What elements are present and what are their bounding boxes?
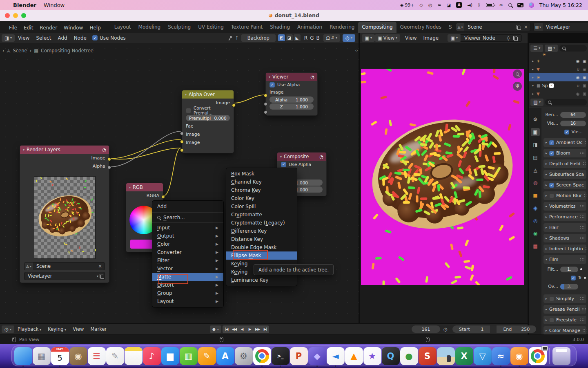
outliner-row[interactable]: ▸☀◉▣ [529,73,588,81]
dock-icon-trash[interactable] [552,347,570,365]
outliner-row[interactable]: ▸☀◉▣ [529,57,588,65]
menu-render[interactable]: Render [36,24,60,31]
dock-icon-finder[interactable] [14,347,32,365]
dock-icon-blender[interactable]: ◉ [510,347,528,365]
render-tab[interactable]: ▣ [531,128,540,136]
menu-item-cryptomatte-legacy[interactable]: Cryptomatte (Legacy) [226,219,297,227]
spotlight-icon[interactable] [508,3,512,7]
ne-menu-node[interactable]: Node [71,34,90,42]
tab-modeling[interactable]: Modeling [135,22,165,33]
panel-film[interactable]: ▾Film [543,255,586,264]
outliner-display-mode[interactable]: ☰▾ [530,45,543,52]
editor-type-button[interactable]: ▣▾ [362,34,375,42]
premultiply-field[interactable]: Premultipl0.000 [186,115,230,121]
panel-shadows[interactable]: ▸Shadows [543,234,586,242]
pan-gizmo[interactable]: Ψ [513,82,522,91]
viewlayer-icon[interactable]: ▤▾ [534,23,543,31]
use-nodes-checkbox[interactable]: ✓ [92,35,98,40]
image-datablock-icon[interactable]: ▣▾ [448,34,461,42]
outliner-row-sp[interactable]: ▾▤Sp✓∪▣ [529,81,588,90]
node-viewer[interactable]: ▾Viewer◔ ✓Use Alpha Image Alpha1.000 Z1.… [265,72,318,116]
menu-item-distort[interactable]: Distort▶ [152,281,223,289]
overlays-button[interactable]: ◎▾ [343,34,355,42]
socket-image1-in[interactable] [180,140,184,144]
input-source-icon[interactable]: A [456,2,462,8]
properties-filter-icon[interactable]: ▥▾ [530,99,543,106]
jump-to-start-button[interactable]: |◀ [223,325,230,333]
physics-tab[interactable]: ◉ [531,204,540,212]
eye-icon[interactable]: ◉ [576,59,580,63]
clear-scene-icon[interactable]: × [96,263,105,269]
film-transparent-checkbox[interactable]: ✓ [571,276,576,280]
snap-button[interactable]: Ω#▾ [323,34,340,42]
tl-menu-playback[interactable]: Playback ▾ [14,325,45,333]
menubar-clock[interactable]: Thu May 5 16:22 [539,2,582,8]
dock-icon-textedit[interactable]: ✎ [106,347,124,365]
editor-type-button[interactable]: ◷▾ [2,325,14,333]
img-menu-view[interactable]: View [402,34,420,42]
menu-item-input[interactable]: Input▶ [152,224,223,232]
panel-checkbox[interactable]: ✓ [549,140,554,145]
dock-icon-terminal[interactable]: >_ [272,347,290,365]
menu-window[interactable]: Window [44,2,65,8]
viewlayer-selector[interactable]: ▤▾ ViewLayer × [533,23,588,31]
tab-geometry-nodes[interactable]: Geometry Nodes [396,22,445,33]
use-nodes-toggle[interactable]: ✓ Use Nodes [92,35,126,41]
panel-checkbox[interactable] [549,318,554,323]
viewer-alpha-field[interactable]: Alpha1.000 [270,96,314,103]
fake-user-shield-icon[interactable]: ◊ [507,35,510,41]
outliner-checkbox[interactable]: ✓ [549,83,554,88]
channel-b-button[interactable]: B [315,35,321,41]
tab-texture-paint[interactable]: Texture Paint [227,22,266,33]
outliner-search[interactable] [559,45,587,52]
backdrop-channel-2[interactable]: ◣ [294,34,301,41]
composite-use-alpha-checkbox[interactable]: ✓ [281,162,286,167]
camera-icon[interactable]: ▣ [583,75,586,80]
jump-to-end-button[interactable]: ▶| [261,325,269,333]
menu-item-layout[interactable]: Layout▶ [152,297,223,305]
panel-ambient-oc[interactable]: ▸✓Ambient Oc [543,138,586,147]
menu-item-difference-key[interactable]: Difference Key [226,227,297,235]
tab-uv-editing[interactable]: UV Editing [194,22,227,33]
ne-menu-select[interactable]: Select [33,34,54,42]
menu-item-color[interactable]: Color▶ [152,240,223,248]
menu-item-channel-key[interactable]: Channel Key [226,178,297,186]
control-center-icon[interactable] [517,3,523,7]
dock-icon-keepassxc[interactable]: ● [400,347,418,365]
panel-checkbox[interactable] [549,296,554,301]
panel-color-manage[interactable]: ▸Color Manage [543,326,586,335]
socket-image-out[interactable] [107,157,111,161]
keyframe-dot-icon[interactable] [580,268,582,270]
dock-icon-red-s-app[interactable]: S [419,347,437,365]
expander-icon[interactable]: ▸ [531,59,535,63]
socket-alpha-out[interactable] [107,166,111,169]
menu-item-color-spill[interactable]: Color Spill [226,202,297,211]
constraints-tab[interactable]: ◎ [531,217,540,225]
tab-animation[interactable]: Animation [294,22,326,33]
close-window-button[interactable] [5,13,10,18]
menu-item-distance-key[interactable]: Distance Key [226,235,297,243]
add-menu-search[interactable]: Search... [152,213,223,222]
menu-item-luminance-key[interactable]: Luminance Key [226,276,297,284]
current-frame-field[interactable]: 161 [412,325,440,333]
zoom-gizmo[interactable] [513,70,522,79]
socket-rgba-out[interactable] [161,195,165,199]
stopwatch-icon[interactable]: ◷ [443,326,448,332]
panel-simplify[interactable]: ▸Simplify [543,294,586,303]
expander-icon[interactable]: ▸ [531,76,535,79]
eye-icon[interactable]: ∪ [577,83,579,88]
dock-icon-powerpoint[interactable]: P [290,347,308,365]
menu-item-ellipse-mask[interactable]: Ellipse Mask [226,251,297,260]
spiral-icon[interactable]: ◎ [428,2,432,8]
dock-icon-photo-preview[interactable] [437,347,455,365]
minimize-window-button[interactable] [13,13,18,18]
panel-indirect-lightin[interactable]: ▸Indirect Lightin [543,245,586,253]
img-menu-image[interactable]: Image [420,34,442,42]
menu-item-converter[interactable]: Converter▶ [152,248,223,256]
render-samples-field[interactable]: 64 [560,112,586,118]
dock-icon-keynote[interactable]: ▆ [161,347,179,365]
tl-menu-marker[interactable]: Marker [87,325,110,333]
auto-keying-button[interactable]: ●▾ [210,325,221,333]
texture-tab[interactable]: ▦ [531,242,540,250]
viewer-z-field[interactable]: Z1.000 [270,103,314,110]
